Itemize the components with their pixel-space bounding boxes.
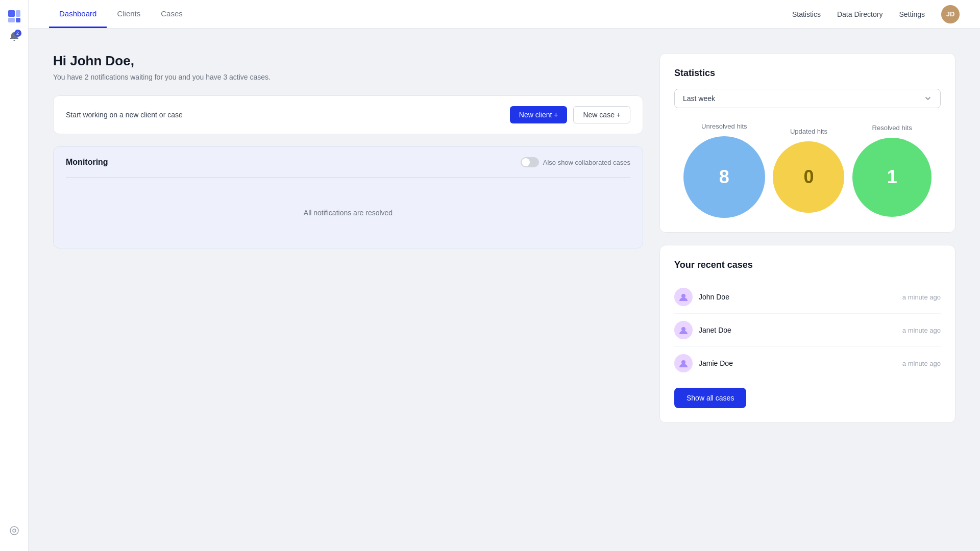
user-avatar[interactable]: JD (941, 5, 960, 23)
action-buttons: New client + New case + (510, 106, 630, 123)
chevron-down-icon (924, 94, 932, 103)
monitoring-empty-text: All notifications are resolved (66, 198, 630, 227)
tab-cases[interactable]: Cases (151, 0, 193, 28)
collaborated-cases-toggle[interactable] (521, 157, 539, 167)
action-card-text: Start working on a new client or case (66, 111, 183, 119)
case-row-left: John Doe (674, 288, 729, 306)
content-area: Hi John Doe, You have 2 notifications wa… (29, 29, 980, 551)
stat-unresolved-circle: 8 (683, 136, 765, 218)
stats-filter-label: Last week (683, 94, 715, 103)
greeting-subtitle: You have 2 notifications waiting for you… (53, 73, 643, 81)
monitoring-card: Monitoring Also show collaborated cases … (53, 146, 643, 248)
stat-updated-value: 0 (803, 166, 814, 188)
greeting-title: Hi John Doe, (53, 53, 643, 69)
stat-unresolved-value: 8 (719, 166, 729, 188)
left-panel: Hi John Doe, You have 2 notifications wa… (53, 53, 643, 527)
svg-point-5 (13, 529, 16, 532)
nav-tabs: Dashboard Clients Cases (49, 0, 792, 28)
recent-cases-card: Your recent cases John Doe a minute ago (659, 245, 955, 423)
case-avatar (674, 288, 693, 306)
tab-dashboard[interactable]: Dashboard (49, 0, 107, 28)
tab-clients[interactable]: Clients (107, 0, 151, 28)
case-time: a minute ago (902, 293, 941, 301)
toggle-label-area: Also show collaborated cases (521, 157, 630, 167)
case-name: John Doe (699, 293, 729, 301)
nav-data-directory-link[interactable]: Data Directory (837, 10, 883, 18)
case-time: a minute ago (902, 360, 941, 367)
svg-rect-1 (8, 18, 15, 22)
sidebar: 2 (0, 0, 29, 551)
stat-resolved-circle: 1 (852, 138, 932, 217)
svg-point-8 (681, 360, 685, 364)
case-name: Jamie Doe (699, 359, 733, 367)
case-avatar (674, 354, 693, 372)
case-row[interactable]: Janet Doe a minute ago (674, 314, 941, 347)
notification-bell-icon[interactable]: 2 (6, 29, 22, 45)
svg-point-6 (681, 294, 685, 298)
monitoring-title: Monitoring (66, 158, 108, 167)
nav-statistics-link[interactable]: Statistics (792, 10, 821, 18)
stat-unresolved-hits: Unresolved hits 8 (683, 122, 765, 218)
svg-rect-2 (16, 10, 20, 17)
stat-resolved-hits: Resolved hits 1 (852, 124, 932, 217)
logo-icon[interactable] (6, 8, 22, 24)
settings-icon[interactable] (6, 522, 22, 539)
nav-right: Statistics Data Directory Settings JD (792, 5, 960, 23)
show-all-cases-button[interactable]: Show all cases (674, 388, 746, 408)
svg-rect-3 (16, 18, 20, 22)
recent-cases-title: Your recent cases (674, 260, 941, 270)
statistics-card: Statistics Last week Unresolved hits 8 (659, 53, 955, 233)
new-case-button[interactable]: New case + (573, 106, 630, 123)
toggle-label-text: Also show collaborated cases (543, 159, 630, 166)
statistics-title: Statistics (674, 68, 941, 79)
case-time: a minute ago (902, 327, 941, 334)
action-card: Start working on a new client or case Ne… (53, 95, 643, 134)
case-row-left: Jamie Doe (674, 354, 733, 372)
stat-resolved-value: 1 (887, 166, 897, 188)
case-name: Janet Doe (699, 326, 731, 334)
case-row[interactable]: Jamie Doe a minute ago (674, 347, 941, 380)
monitoring-header: Monitoring Also show collaborated cases (66, 157, 630, 167)
nav-settings-link[interactable]: Settings (899, 10, 925, 18)
case-row-left: Janet Doe (674, 321, 731, 339)
statistics-filter-dropdown[interactable]: Last week (674, 89, 941, 108)
svg-point-7 (681, 327, 685, 331)
right-panel: Statistics Last week Unresolved hits 8 (659, 53, 955, 527)
svg-rect-0 (8, 10, 15, 17)
case-avatar (674, 321, 693, 339)
stat-updated-hits: Updated hits 0 (773, 128, 844, 213)
stat-resolved-label: Resolved hits (872, 124, 912, 132)
stat-updated-label: Updated hits (790, 128, 827, 135)
monitoring-divider (66, 178, 630, 178)
case-rows-container: John Doe a minute ago Janet Doe a minute… (674, 281, 941, 380)
svg-point-4 (10, 527, 18, 535)
case-row[interactable]: John Doe a minute ago (674, 281, 941, 314)
stat-unresolved-label: Unresolved hits (701, 122, 747, 130)
top-nav: Dashboard Clients Cases Statistics Data … (29, 0, 980, 29)
new-client-button[interactable]: New client + (510, 106, 568, 123)
notification-badge: 2 (14, 30, 21, 37)
statistics-circles: Unresolved hits 8 Updated hits 0 Resolve… (674, 122, 941, 218)
stat-updated-circle: 0 (773, 141, 844, 213)
